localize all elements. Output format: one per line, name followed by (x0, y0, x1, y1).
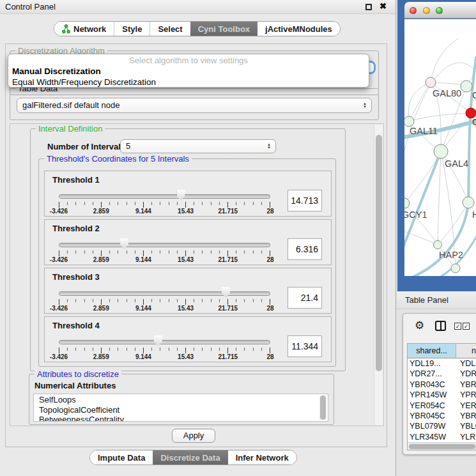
table-data-group: Table Data galFiltered.sif default node … (10, 88, 379, 120)
tab-network[interactable]: Network (54, 22, 114, 36)
minimize-traffic-light[interactable] (423, 7, 430, 14)
float-window-icon[interactable] (365, 4, 372, 10)
threshold-3-panel: Threshold 3 -3.426 2.859 9.144 15.43 (44, 268, 332, 314)
slider-thumb[interactable] (177, 190, 185, 201)
split-columns-icon[interactable] (435, 321, 446, 331)
algorithm-dropdown-popup: Select algorithm to view settings Manual… (8, 54, 369, 88)
table-data-combobox[interactable]: galFiltered.sif default node ▲▼ (17, 98, 372, 113)
threshold-1-slider[interactable]: -3.426 2.859 9.144 15.43 21.715 28 (59, 171, 270, 217)
column-header-shared-name[interactable]: shared... (408, 344, 456, 358)
number-of-intervals-label: Number of Intervals (47, 142, 125, 151)
thresholds-group-title: Threshold's Coordinates for 5 Intervals (44, 154, 192, 164)
dropdown-option-equal-width-frequency[interactable]: Equal Width/Frequency Discretization (8, 77, 369, 88)
combo-spinner-icon: ▲▼ (267, 143, 271, 150)
slider-thumb[interactable] (154, 335, 162, 346)
table-panel-window: ⚙ ✓ ✓ shared... n YDL19...YDL1 YDR27...Y… (403, 313, 476, 455)
attributes-group-title: Attributes to discretize (35, 369, 121, 379)
threshold-4-value-field[interactable]: 11.344 (288, 335, 322, 357)
threshold-2-value-field[interactable]: 6.316 (288, 238, 322, 260)
tab-select[interactable]: Select (150, 22, 190, 36)
screen: Control Panel ✖ Network Style Select Cyn… (0, 0, 476, 476)
apply-button[interactable]: Apply (172, 429, 215, 443)
thresholds-group: Threshold's Coordinates for 5 Intervals … (38, 158, 336, 367)
vertical-scrollbar-thumb[interactable] (376, 135, 382, 371)
table-row[interactable]: YPR145WYPR1 (408, 390, 476, 400)
network-view-window: GAL80GACGAL11GAL4GCY1HHAP2 (397, 0, 476, 291)
svg-text:GAL4: GAL4 (445, 158, 468, 169)
top-tab-bar: Network Style Select Cyni Toolbox jActiv… (54, 21, 341, 36)
table-row[interactable]: YBL079WYBL0 (408, 421, 476, 431)
threshold-4-panel: Threshold 4 -3.426 2.859 9.144 15.43 (44, 316, 332, 362)
tab-infer-network[interactable]: Infer Network (228, 450, 296, 464)
horizontal-scrollbar[interactable] (408, 442, 476, 450)
close-traffic-light[interactable] (410, 7, 417, 14)
network-svg: GAL80GACGAL11GAL4GCY1HHAP2 (404, 19, 476, 276)
combo-spinner-icon: ▲▼ (363, 102, 367, 109)
threshold-1-value-field[interactable]: 14.713 (288, 190, 322, 211)
slider-thumb[interactable] (222, 287, 230, 298)
slider-track[interactable] (59, 340, 270, 344)
number-of-intervals-combobox[interactable]: 5 ▲▼ (120, 139, 276, 153)
slider-thumb[interactable] (120, 238, 128, 249)
column-header-name[interactable]: n (456, 344, 476, 358)
panel-title: Control Panel (5, 2, 56, 12)
slider-tick-labels: -3.426 2.859 9.144 15.43 21.715 28 (59, 305, 270, 312)
svg-text:GAL80: GAL80 (433, 88, 461, 98)
svg-text:GA: GA (472, 90, 476, 100)
tab-jactivemnodules[interactable]: jActiveMNodules (257, 22, 340, 36)
slider-tick-labels: -3.426 2.859 9.144 15.43 21.715 28 (59, 353, 270, 361)
dropdown-option-manual-discretization[interactable]: Manual Discretization (8, 66, 369, 77)
gear-icon[interactable]: ⚙ (415, 319, 424, 332)
list-scrollbar-thumb[interactable] (320, 395, 326, 420)
table-row[interactable]: YDR27...YDR2 (408, 369, 476, 379)
network-canvas[interactable]: GAL80GACGAL11GAL4GCY1HHAP2 (404, 19, 476, 276)
checked-box-icon[interactable]: ✓ (454, 323, 461, 330)
slider-track[interactable] (59, 243, 270, 247)
numerical-attributes-label: Numerical Attributes (35, 381, 116, 390)
svg-text:C: C (472, 117, 476, 127)
zoom-traffic-light[interactable] (436, 7, 443, 14)
bottom-tab-bar: Impute Data Discretize Data Infer Networ… (89, 450, 297, 465)
tab-discretize-data[interactable]: Discretize Data (153, 450, 227, 464)
table-row[interactable]: YLR345WYLR3 (408, 432, 476, 442)
cyni-toolbox-panel: Discretization Algorithm Table Data galF… (5, 43, 387, 447)
table-row[interactable]: YDL19...YDL1 (408, 358, 476, 369)
tab-network-label: Network (73, 24, 106, 34)
threshold-4-slider[interactable]: -3.426 2.859 9.144 15.43 21.715 28 (59, 317, 270, 363)
threshold-3-value-field[interactable]: 21.4 (288, 287, 322, 309)
tab-cyni-toolbox[interactable]: Cyni Toolbox (190, 22, 257, 36)
list-scrollbar[interactable] (319, 395, 326, 420)
vertical-scrollbar[interactable] (374, 125, 383, 425)
threshold-1-panel: Threshold 1 -3.426 2.859 9.144 15.43 (44, 171, 332, 217)
node-table: shared... n YDL19...YDL1 YDR27...YDR2 YB… (407, 343, 476, 450)
svg-text:GAL11: GAL11 (410, 126, 438, 136)
checked-box-icon[interactable]: ✓ (463, 323, 470, 330)
horizontal-scrollbar-thumb[interactable] (409, 444, 475, 449)
interval-definition-group: Interval Definition Number of Intervals … (30, 128, 346, 371)
network-icon (62, 24, 70, 34)
threshold-3-slider[interactable]: -3.426 2.859 9.144 15.43 21.715 28 (59, 268, 270, 314)
control-panel-titlebar: Control Panel ✖ (0, 0, 395, 14)
slider-track[interactable] (59, 291, 270, 296)
svg-text:H: H (472, 210, 476, 220)
slider-ticks (59, 250, 270, 256)
control-panel-window: Control Panel ✖ Network Style Select Cyn… (0, 0, 396, 476)
slider-track[interactable] (59, 194, 270, 199)
slider-ticks (59, 299, 270, 305)
threshold-2-slider[interactable]: -3.426 2.859 9.144 15.43 21.715 28 (59, 220, 270, 266)
list-item[interactable]: BetweennessCentrality (39, 415, 328, 422)
table-row[interactable]: YBR045CYBR0 (408, 411, 476, 421)
list-item[interactable]: SelfLoops (39, 395, 328, 405)
close-icon[interactable]: ✖ (380, 1, 387, 11)
numerical-attributes-list[interactable]: SelfLoops TopologicalCoefficient Between… (33, 394, 328, 422)
slider-ticks (59, 348, 270, 353)
table-row[interactable]: YER054CYER0 (408, 401, 476, 411)
table-rows: YDL19...YDL1 YDR27...YDR2 YBR043CYBR0 YP… (408, 358, 476, 445)
tab-impute-data[interactable]: Impute Data (90, 450, 153, 464)
table-row[interactable]: YBR043CYBR0 (408, 380, 476, 390)
list-item[interactable]: TopologicalCoefficient (39, 405, 328, 415)
network-window-titlebar (404, 2, 476, 19)
tab-style[interactable]: Style (114, 22, 150, 36)
threshold-2-panel: Threshold 2 -3.426 2.859 9.144 15.43 (44, 219, 332, 265)
svg-text:GCY1: GCY1 (404, 210, 427, 220)
